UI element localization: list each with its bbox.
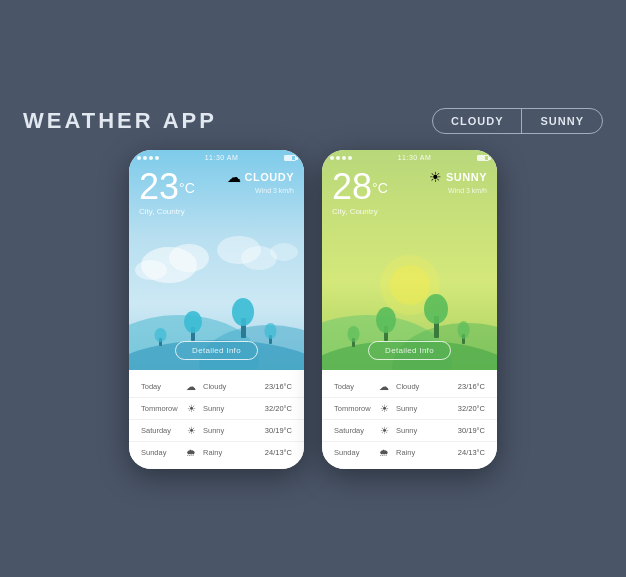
forecast-icon: ☀ xyxy=(183,403,199,414)
forecast-icon: ☀ xyxy=(376,403,392,414)
signal-dots xyxy=(137,156,159,160)
condition-row-cloudy: ☁ CLOUDY xyxy=(227,169,294,185)
forecast-row: Saturday ☀ Sunny 30/19°C xyxy=(129,419,304,441)
detail-btn-wrap-cloudy: Detailed Info xyxy=(129,341,304,360)
svg-point-16 xyxy=(265,323,277,339)
forecast-condition: Sunny xyxy=(199,404,265,413)
temp-unit-sunny: °C xyxy=(372,180,388,196)
sun-icon-sunny: ☀ xyxy=(429,169,442,185)
phone-cloudy: 11:30 AM 23°C ☁ CLOUDY Wind 3 k xyxy=(129,150,304,469)
svg-point-5 xyxy=(270,243,298,261)
forecast-condition: Sunny xyxy=(392,404,458,413)
forecast-temp: 32/20°C xyxy=(458,404,485,413)
temp-unit-cloudy: °C xyxy=(179,180,195,196)
wind-info-cloudy: Wind 3 km/h xyxy=(255,187,294,194)
weather-info-sunny: 28°C ☀ SUNNY Wind 3 km/h xyxy=(322,163,497,205)
tab-cloudy[interactable]: CLOUDY xyxy=(433,109,521,133)
forecast-icon: ☀ xyxy=(376,425,392,436)
forecast-list-cloudy: Today ☁ Cloudy 23/16°C Tommorow ☀ Sunny … xyxy=(129,370,304,469)
forecast-day: Today xyxy=(334,382,376,391)
forecast-row: Tommorow ☀ Sunny 32/20°C xyxy=(129,397,304,419)
forecast-row: Sunday 🌧 Rainy 24/13°C xyxy=(322,441,497,463)
forecast-day: Today xyxy=(141,382,183,391)
forecast-condition: Cloudy xyxy=(199,382,265,391)
dot1 xyxy=(330,156,334,160)
phone-sunny-screen: 11:30 AM 28°C ☀ SUNNY Wind 3 km xyxy=(322,150,497,370)
cloud-icon-cloudy: ☁ xyxy=(227,169,241,185)
page-title: WEATHER APP xyxy=(23,108,217,134)
city-cloudy: City, Country xyxy=(129,205,304,216)
condition-block-cloudy: ☁ CLOUDY Wind 3 km/h xyxy=(227,169,294,194)
forecast-condition: Sunny xyxy=(199,426,265,435)
status-bar-sunny: 11:30 AM xyxy=(322,150,497,163)
forecast-condition: Rainy xyxy=(199,448,265,457)
temp-value-cloudy: 23 xyxy=(139,166,179,207)
wind-info-sunny: Wind 3 km/h xyxy=(448,187,487,194)
forecast-row: Today ☁ Cloudy 23/16°C xyxy=(322,376,497,397)
forecast-list-sunny: Today ☁ Cloudy 23/16°C Tommorow ☀ Sunny … xyxy=(322,370,497,469)
forecast-icon: ☁ xyxy=(376,381,392,392)
svg-point-1 xyxy=(169,244,209,272)
forecast-temp: 23/16°C xyxy=(265,382,292,391)
forecast-icon: ☀ xyxy=(183,425,199,436)
forecast-icon: 🌧 xyxy=(183,447,199,458)
forecast-temp: 30/19°C xyxy=(265,426,292,435)
dot2 xyxy=(143,156,147,160)
dot1 xyxy=(137,156,141,160)
phone-sunny: 11:30 AM 28°C ☀ SUNNY Wind 3 km xyxy=(322,150,497,469)
svg-point-25 xyxy=(424,294,448,324)
tab-sunny[interactable]: SUNNY xyxy=(521,109,602,133)
detail-btn-sunny[interactable]: Detailed Info xyxy=(368,341,451,360)
status-right-sunny xyxy=(477,155,489,161)
temp-block-sunny: 28°C xyxy=(332,169,388,205)
forecast-icon: ☁ xyxy=(183,381,199,392)
status-time-cloudy: 11:30 AM xyxy=(205,154,239,161)
condition-row-sunny: ☀ SUNNY xyxy=(429,169,487,185)
signal-dots xyxy=(330,156,352,160)
forecast-row: Today ☁ Cloudy 23/16°C xyxy=(129,376,304,397)
temp-value-sunny: 28 xyxy=(332,166,372,207)
forecast-condition: Rainy xyxy=(392,448,458,457)
forecast-temp: 24/13°C xyxy=(265,448,292,457)
condition-block-sunny: ☀ SUNNY Wind 3 km/h xyxy=(429,169,487,194)
page-header: WEATHER APP CLOUDY SUNNY xyxy=(23,108,603,134)
status-bar-cloudy: 11:30 AM xyxy=(129,150,304,163)
forecast-icon: 🌧 xyxy=(376,447,392,458)
condition-name-cloudy: CLOUDY xyxy=(245,171,294,183)
forecast-day: Saturday xyxy=(334,426,376,435)
status-right-cloudy xyxy=(284,155,296,161)
svg-point-2 xyxy=(135,260,167,280)
battery-icon xyxy=(284,155,296,161)
battery-fill xyxy=(285,156,292,160)
svg-point-14 xyxy=(155,328,167,342)
svg-point-18 xyxy=(390,265,430,305)
detail-btn-wrap-sunny: Detailed Info xyxy=(322,341,497,360)
forecast-row: Saturday ☀ Sunny 30/19°C xyxy=(322,419,497,441)
forecast-temp: 32/20°C xyxy=(265,404,292,413)
forecast-day: Saturday xyxy=(141,426,183,435)
detail-btn-cloudy[interactable]: Detailed Info xyxy=(175,341,258,360)
forecast-condition: Sunny xyxy=(392,426,458,435)
forecast-temp: 24/13°C xyxy=(458,448,485,457)
phone-cloudy-screen: 11:30 AM 23°C ☁ CLOUDY Wind 3 k xyxy=(129,150,304,370)
weather-info-cloudy: 23°C ☁ CLOUDY Wind 3 km/h xyxy=(129,163,304,205)
forecast-temp: 30/19°C xyxy=(458,426,485,435)
battery-fill xyxy=(478,156,485,160)
battery-icon xyxy=(477,155,489,161)
dot2 xyxy=(336,156,340,160)
condition-name-sunny: SUNNY xyxy=(446,171,487,183)
status-time-sunny: 11:30 AM xyxy=(398,154,432,161)
forecast-day: Tommorow xyxy=(334,404,376,413)
dot4 xyxy=(348,156,352,160)
dot3 xyxy=(149,156,153,160)
dot4 xyxy=(155,156,159,160)
city-sunny: City, Country xyxy=(322,205,497,216)
forecast-day: Tommorow xyxy=(141,404,183,413)
forecast-day: Sunday xyxy=(141,448,183,457)
forecast-row: Tommorow ☀ Sunny 32/20°C xyxy=(322,397,497,419)
svg-point-10 xyxy=(184,311,202,333)
forecast-condition: Cloudy xyxy=(392,382,458,391)
forecast-temp: 23/16°C xyxy=(458,382,485,391)
svg-point-12 xyxy=(232,298,254,326)
temp-block-cloudy: 23°C xyxy=(139,169,195,205)
